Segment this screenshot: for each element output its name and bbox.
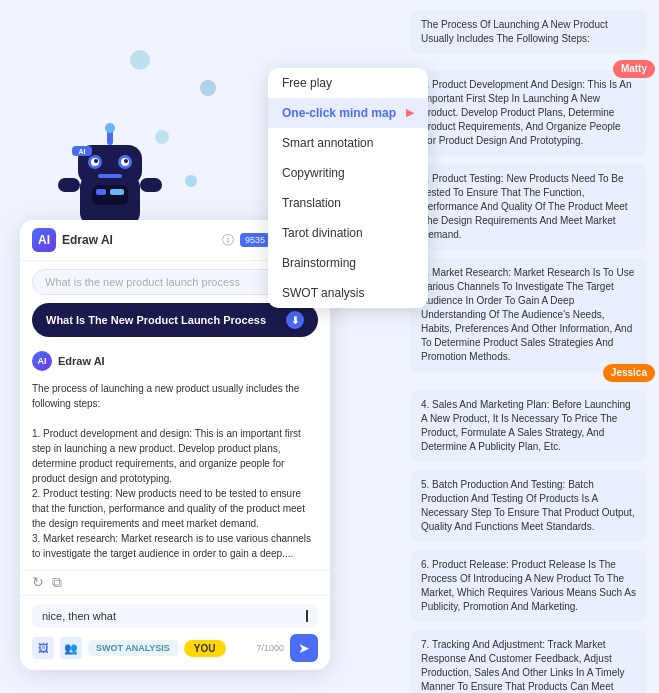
dropdown-item-tarot[interactable]: Tarot divination — [268, 218, 428, 248]
mind-map-card-6: 6. Product Release: Product Release Is T… — [411, 550, 647, 622]
refresh-icon[interactable]: ↻ — [32, 574, 44, 591]
ai-logo-text: AI — [38, 233, 50, 247]
send-button[interactable]: ➤ — [290, 634, 318, 662]
dropdown-item-free-play[interactable]: Free play — [268, 68, 428, 98]
dropdown-item-smart-annotation[interactable]: Smart annotation — [268, 128, 428, 158]
svg-rect-15 — [140, 178, 162, 192]
svg-point-7 — [124, 159, 128, 163]
card-6-text: 6. Product Release: Product Release Is T… — [421, 559, 636, 612]
chat-sender: AI Edraw AI — [20, 345, 330, 377]
jessica-label: Jessica — [603, 364, 655, 382]
query-text: What Is The New Product Launch Process — [46, 314, 266, 326]
mind-map-card-4: 4. Sales And Marketing Plan: Before Laun… — [411, 390, 647, 462]
mind-map-card-5: 5. Batch Production And Testing: Batch P… — [411, 470, 647, 542]
deco-circle-5 — [185, 175, 197, 187]
card-2-text: 2. Product Testing: New Products Need To… — [421, 173, 628, 240]
svg-rect-13 — [110, 189, 124, 195]
swot-badge[interactable]: SWOT ANALYSIS — [88, 640, 178, 656]
chat-body: The process of launching a new product u… — [20, 377, 330, 569]
svg-text:AI: AI — [79, 148, 86, 155]
card-intro-text: The Process Of Launching A New Product U… — [421, 19, 608, 44]
dropdown-item-mind-map[interactable]: One-click mind map — [268, 98, 428, 128]
people-toolbar-icon[interactable]: 👥 — [60, 637, 82, 659]
right-panel: The Process Of Launching A New Product U… — [399, 0, 659, 693]
mind-map-card-3: Jessica 3. Market Research: Market Resea… — [411, 258, 647, 372]
chat-input-box[interactable]: nice, then what — [32, 604, 318, 628]
mind-map-card-1: Matty 1. Product Development And Design:… — [411, 70, 647, 156]
chat-title: Edraw AI — [62, 233, 222, 247]
image-toolbar-icon[interactable]: 🖼 — [32, 637, 54, 659]
info-icon[interactable]: ⓘ — [222, 232, 234, 249]
chat-body-text: The process of launching a new product u… — [32, 381, 318, 561]
chat-badge: 9535 — [240, 233, 270, 247]
card-5-text: 5. Batch Production And Testing: Batch P… — [421, 479, 635, 532]
card-3-text: 3. Market Research: Market Research Is T… — [421, 267, 634, 362]
chat-actions: ↻ ⧉ — [20, 569, 330, 595]
matty-label: Matty — [613, 60, 655, 78]
char-count: 7/1000 — [256, 643, 284, 653]
card-1-text: 1. Product Development And Design: This … — [421, 79, 632, 146]
sender-avatar: AI — [32, 351, 52, 371]
chat-toolbar: 🖼 👥 SWOT ANALYSIS YOU 7/1000 ➤ — [32, 634, 318, 662]
mind-map-card-intro: The Process Of Launching A New Product U… — [411, 10, 647, 54]
you-badge: YOU — [184, 640, 226, 657]
svg-rect-14 — [58, 178, 80, 192]
chat-input-text: nice, then what — [42, 610, 300, 622]
dropdown-item-brainstorming[interactable]: Brainstorming — [268, 248, 428, 278]
chat-input-area: nice, then what 🖼 👥 SWOT ANALYSIS YOU 7/… — [20, 595, 330, 670]
mind-map-card-7: 7. Tracking And Adjustment: Track Market… — [411, 630, 647, 693]
search-placeholder-text: What is the new product launch process — [45, 276, 240, 288]
dropdown-item-copywriting[interactable]: Copywriting — [268, 158, 428, 188]
chat-logo: AI — [32, 228, 56, 252]
chat-query-highlight: What Is The New Product Launch Process ⬇ — [32, 303, 318, 337]
svg-point-6 — [94, 159, 98, 163]
svg-point-10 — [105, 123, 115, 133]
dropdown-item-swot[interactable]: SWOT analysis — [268, 278, 428, 308]
deco-circle-2 — [200, 80, 216, 96]
text-cursor — [306, 610, 308, 622]
sender-name: Edraw AI — [58, 355, 105, 367]
copy-icon[interactable]: ⧉ — [52, 574, 62, 591]
dropdown-menu: Free play One-click mind map Smart annot… — [268, 68, 428, 308]
query-icon: ⬇ — [286, 311, 304, 329]
svg-rect-11 — [92, 185, 128, 205]
deco-circle-1 — [130, 50, 150, 70]
card-7-text: 7. Tracking And Adjustment: Track Market… — [421, 639, 624, 693]
svg-rect-8 — [98, 174, 122, 178]
svg-rect-12 — [96, 189, 106, 195]
dropdown-item-translation[interactable]: Translation — [268, 188, 428, 218]
card-4-text: 4. Sales And Marketing Plan: Before Laun… — [421, 399, 631, 452]
mind-map-card-2: 2. Product Testing: New Products Need To… — [411, 164, 647, 250]
